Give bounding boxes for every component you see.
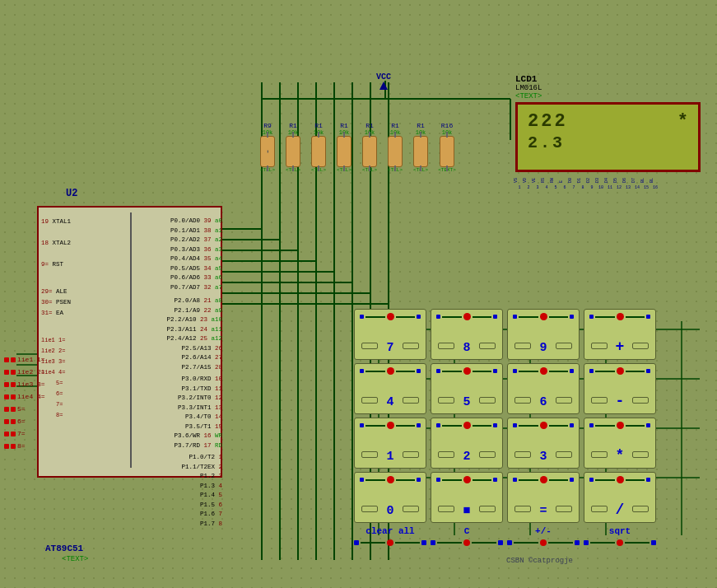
key-5[interactable]: 5	[431, 363, 503, 414]
keypad-row-2: 4 5	[354, 363, 696, 414]
keypad-row-4: 0 ■	[354, 472, 696, 523]
watermark: CSBN ©catprogje	[506, 557, 573, 565]
mcu-subtext: <TEXT>	[62, 555, 88, 563]
keypad-bottom-labels: clear all C +/- sqrt	[354, 526, 696, 536]
resistor-r1-3: R1 10k <TEL>	[332, 122, 356, 173]
vcc-label: VCC	[376, 72, 391, 90]
left-pin-connectors: lie1 1= lie2 2= lie3 3= lie4 4= 5= 6= 7=…	[4, 354, 45, 451]
lcd-container: LCD1 LM016L <TEXT> 222 * 2.3 VS VD VE RS…	[515, 74, 701, 190]
key-3[interactable]: 3	[507, 418, 580, 469]
key-4[interactable]: 4	[354, 363, 426, 414]
label-clear-all: clear all	[354, 526, 426, 536]
lcd-pin-labels: VS VD VE RS RW E D0 D1 D2 D3 D4 D5 D6 D7…	[515, 174, 701, 185]
label-c: C	[431, 526, 503, 536]
key-multiply[interactable]: *	[584, 418, 656, 469]
keypad-row-1: 7 8	[354, 309, 696, 360]
resistors-container: R9 10k ▬ <TEL> R1 10k <TEL> R1 10k <TEL>…	[255, 122, 460, 173]
resistor-r1-5: R1 10k <TEL>	[383, 122, 407, 173]
label-sqrt: sqrt	[584, 526, 656, 536]
key-0[interactable]: 0	[354, 472, 426, 523]
lcd-screen: 222 * 2.3	[515, 102, 701, 172]
mcu-u2-label: U2	[66, 188, 77, 199]
lcd-line1: 222 *	[528, 111, 688, 132]
lcd-pin-numbers: 1 2 3 4 5 6 7 8 9 10 11 12 13 14 15 16	[515, 185, 701, 190]
keypad-area: 7 8	[354, 309, 696, 546]
resistor-r1-2: R1 10k <TEL>	[306, 122, 331, 173]
key-equals[interactable]: =	[507, 472, 580, 523]
keypad-row-3: 1 2	[354, 418, 696, 469]
key-6[interactable]: 6	[507, 363, 580, 414]
label-plusminus: +/-	[507, 526, 580, 536]
keypad-bottom-connectors	[354, 539, 696, 546]
resistor-r9: R9 10k ▬ <TEL>	[255, 122, 280, 173]
key-2[interactable]: 2	[431, 418, 503, 469]
lcd-line2: 2.3	[528, 133, 688, 152]
resistor-r1-6: R1 10k <TEL>	[408, 122, 433, 173]
key-square[interactable]: ■	[431, 472, 503, 523]
resistor-r1-1: R1 10k <TEL>	[281, 122, 305, 173]
key-plus[interactable]: +	[584, 309, 656, 360]
key-7[interactable]: 7	[354, 309, 426, 360]
key-divide[interactable]: /	[584, 472, 656, 523]
key-1[interactable]: 1	[354, 418, 426, 469]
resistor-r16: R16 10k <TEXT>	[434, 122, 460, 173]
mcu-name: AT89C51	[45, 544, 83, 553]
resistor-r1-4: R1 10k <TEL>	[357, 122, 382, 173]
key-9[interactable]: 9	[507, 309, 580, 360]
key-minus[interactable]: -	[584, 363, 656, 414]
key-8[interactable]: 8	[431, 309, 503, 360]
